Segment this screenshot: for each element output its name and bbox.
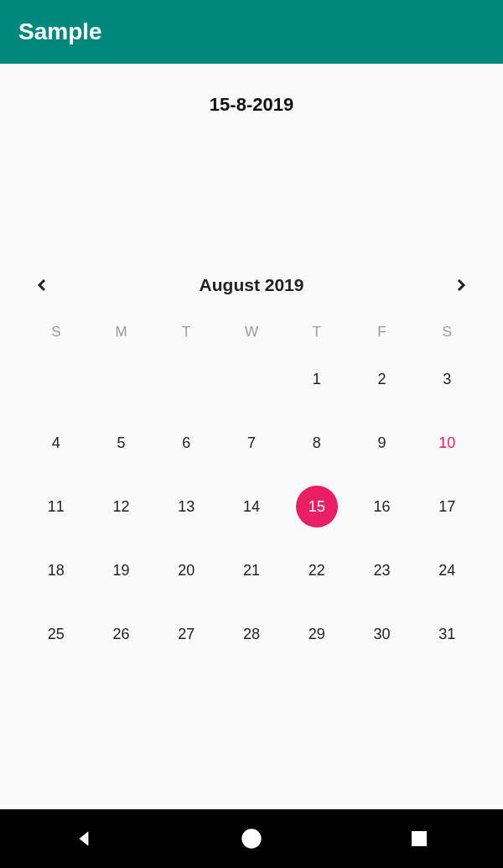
prev-month-button[interactable] — [29, 272, 55, 299]
day-cell[interactable]: 7 — [219, 424, 284, 461]
weekday-cell: W — [219, 324, 284, 340]
day-cell[interactable]: 4 — [23, 424, 89, 461]
day-cell[interactable]: 15 — [284, 488, 350, 525]
day-cell[interactable]: 12 — [89, 488, 154, 525]
day-cell[interactable]: 27 — [153, 616, 219, 652]
day-number: 7 — [247, 434, 256, 452]
day-number: 10 — [438, 434, 455, 452]
day-number: 24 — [438, 562, 455, 580]
back-button[interactable] — [67, 822, 101, 855]
triangle-back-icon — [73, 828, 95, 850]
day-number: 9 — [377, 434, 386, 452]
chevron-right-icon — [454, 278, 468, 292]
day-number: 18 — [48, 562, 65, 580]
day-number: 29 — [309, 626, 325, 643]
day-number: 19 — [113, 562, 130, 580]
day-cell-empty — [219, 361, 284, 398]
day-cell[interactable]: 19 — [89, 552, 154, 589]
day-cell[interactable]: 22 — [284, 552, 350, 589]
day-number: 27 — [178, 626, 194, 643]
weekday-cell: S — [414, 324, 480, 340]
weekday-cell: F — [350, 324, 415, 340]
day-cell[interactable]: 18 — [23, 552, 89, 589]
day-number: 4 — [52, 434, 60, 452]
day-cell-empty — [153, 361, 219, 398]
day-cell[interactable]: 11 — [23, 488, 89, 525]
day-cell[interactable]: 8 — [284, 424, 350, 461]
days-grid: 1234567891011121314151617181920212223242… — [23, 361, 480, 652]
weekday-cell: T — [153, 324, 219, 340]
day-cell[interactable]: 17 — [414, 488, 480, 525]
day-number: 12 — [113, 498, 130, 516]
day-number: 3 — [443, 371, 451, 388]
day-cell[interactable]: 9 — [350, 424, 415, 461]
system-nav-bar — [0, 809, 503, 868]
day-number: 21 — [243, 562, 260, 580]
day-number: 13 — [178, 498, 194, 516]
day-cell[interactable]: 31 — [414, 616, 480, 652]
weekday-cell: M — [89, 324, 154, 340]
day-cell[interactable]: 3 — [414, 361, 480, 398]
day-number: 5 — [117, 434, 126, 452]
day-number: 28 — [243, 626, 260, 643]
day-number: 15 — [309, 498, 325, 516]
square-recent-icon — [409, 829, 429, 849]
day-number: 2 — [377, 371, 386, 388]
day-number: 17 — [438, 498, 455, 516]
day-number: 30 — [373, 626, 390, 643]
day-cell[interactable]: 26 — [89, 616, 154, 652]
day-cell[interactable]: 23 — [350, 552, 415, 589]
circle-home-icon — [240, 827, 263, 850]
calendar-header: August 2019 — [23, 272, 480, 324]
day-number: 1 — [313, 371, 321, 388]
next-month-button[interactable] — [448, 272, 474, 299]
day-number: 25 — [48, 626, 65, 643]
home-button[interactable] — [235, 822, 268, 855]
day-cell-empty — [23, 361, 89, 398]
day-cell[interactable]: 29 — [284, 616, 350, 652]
month-title: August 2019 — [200, 275, 304, 295]
day-number: 26 — [113, 626, 130, 643]
day-number: 16 — [373, 498, 390, 516]
svg-rect-1 — [412, 831, 427, 846]
day-cell[interactable]: 1 — [284, 361, 350, 398]
calendar: August 2019 SMTWTFS 12345678910111213141… — [0, 267, 503, 652]
day-cell[interactable]: 14 — [219, 488, 284, 525]
day-number: 6 — [182, 434, 190, 452]
day-cell[interactable]: 16 — [350, 488, 415, 525]
day-number: 31 — [438, 626, 455, 643]
weekday-row: SMTWTFS — [23, 324, 480, 361]
day-number: 20 — [178, 562, 194, 580]
day-number: 11 — [48, 498, 65, 516]
app-bar: Sample — [0, 0, 503, 64]
day-number: 23 — [373, 562, 390, 580]
day-cell[interactable]: 28 — [219, 616, 284, 652]
selected-date-label: 15-8-2019 — [0, 64, 503, 126]
day-cell[interactable]: 21 — [219, 552, 284, 589]
weekday-cell: T — [284, 324, 350, 340]
day-cell[interactable]: 30 — [350, 616, 415, 652]
day-cell[interactable]: 20 — [153, 552, 219, 589]
day-cell[interactable]: 13 — [153, 488, 219, 525]
weekday-cell: S — [23, 324, 89, 340]
day-cell[interactable]: 2 — [350, 361, 415, 398]
day-number: 14 — [243, 498, 260, 516]
app-title: Sample — [18, 18, 102, 45]
recent-button[interactable] — [402, 822, 436, 855]
day-cell[interactable]: 25 — [23, 616, 89, 652]
day-cell[interactable]: 10 — [414, 424, 480, 461]
day-cell[interactable]: 24 — [414, 552, 480, 589]
main-content: 15-8-2019 August 2019 SMTWTFS 1234567891… — [0, 64, 503, 652]
day-number: 8 — [313, 434, 321, 452]
chevron-left-icon — [35, 278, 49, 292]
day-cell[interactable]: 5 — [89, 424, 154, 461]
day-number: 22 — [309, 562, 325, 580]
day-cell-empty — [89, 361, 154, 398]
day-cell[interactable]: 6 — [153, 424, 219, 461]
svg-point-0 — [241, 829, 261, 848]
